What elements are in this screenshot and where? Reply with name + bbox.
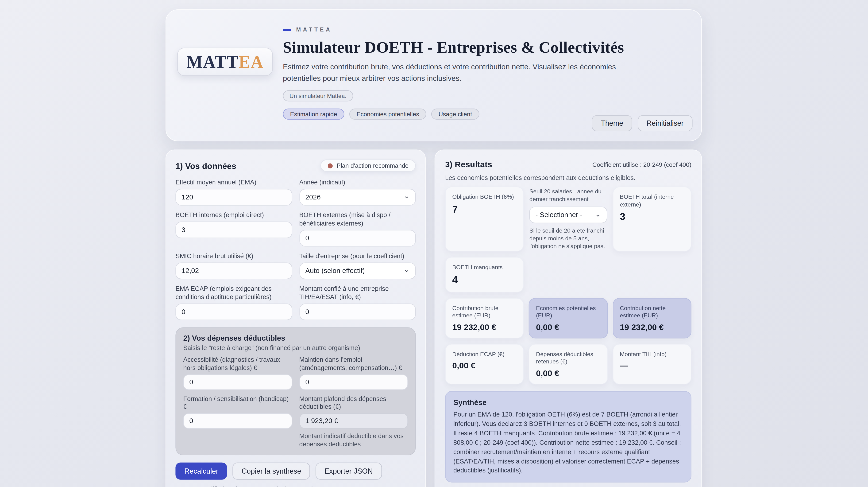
result-card-obligation: Obligation BOETH (6%) 7 — [445, 187, 524, 252]
seuil-select-value: - Selectionner - — [535, 211, 583, 219]
ema-input[interactable] — [175, 189, 292, 206]
plafond-hint: Montant indicatif deductible dans vos de… — [299, 432, 408, 449]
chevron-down-icon: ⌄ — [404, 266, 410, 273]
result-card-nette-label: Contribution nette estimee (EUR) — [620, 305, 684, 319]
result-card-manquants-label: BOETH manquants — [452, 264, 517, 271]
header-card: MATTEA MATTEA Simulateur DOETH - Entrepr… — [165, 9, 702, 141]
results-panel: 3) Resultats Coefficient utilise : 20-24… — [435, 150, 702, 487]
form-panel: 1) Vos données Plan d'action recommande … — [165, 150, 426, 487]
header-actions: Theme Reinitialiser — [592, 115, 692, 131]
seuil-select[interactable]: - Selectionner - ⌄ — [529, 207, 607, 223]
taille-select-value: Auto (selon effectif) — [305, 267, 365, 275]
result-card-boeth-total-label: BOETH total (interne + externe) — [620, 193, 684, 208]
results-note: Les economies potentielles correspondent… — [445, 175, 691, 181]
results-row-3: Contribution brute estimee (EUR) 19 232,… — [445, 298, 691, 338]
reset-button[interactable]: Reinitialiser — [638, 115, 693, 131]
maintien-input[interactable] — [299, 374, 408, 390]
result-card-deduction-ecap-value: 0,00 € — [452, 361, 517, 370]
results-row-1: Obligation BOETH (6%) 7 Seuil 20 salarie… — [445, 187, 691, 252]
page-title: Simulateur DOETH - Entreprises & Collect… — [283, 38, 648, 57]
result-card-depenses-retenues: Dépenses déductibles retenues (€) 0,00 € — [529, 344, 608, 384]
accessibilite-input[interactable] — [183, 374, 292, 390]
page-subtitle: Estimez votre contribution brute, vos dé… — [283, 62, 633, 85]
field-formation: Formation / sensibilisation (handicap) € — [183, 395, 292, 449]
results-row-4: Déduction ECAP (€) 0,00 € Dépenses déduc… — [445, 344, 691, 384]
field-ecap-label: EMA ECAP (emplois exigeant des condition… — [175, 285, 292, 301]
result-card-deduction-ecap-label: Déduction ECAP (€) — [452, 350, 517, 358]
coefficient-note: Coefficient utilise : 20-249 (coef 400) — [592, 161, 691, 168]
synthese-panel: Synthèse Pour un EMA de 120, l'obligatio… — [445, 391, 691, 483]
form-panel-title: 1) Vos données — [175, 161, 236, 170]
result-card-nette-value: 19 232,00 € — [620, 322, 684, 332]
plafond-input[interactable] — [299, 413, 408, 429]
field-ema-label: Effectif moyen annuel (EMA) — [175, 178, 292, 187]
result-card-economies: Economies potentielles (EUR) 0,00 € — [529, 298, 608, 338]
ecap-input[interactable] — [175, 303, 292, 320]
brand-dash-icon — [283, 28, 291, 31]
field-boeth-internes: BOETH internes (emploi direct) — [175, 211, 292, 247]
result-card-tih-info-label: Montant TIH (info) — [620, 350, 684, 358]
field-boeth-externes: BOETH externes (mise à dispo / bénéficia… — [299, 211, 415, 247]
chip-usage-client[interactable]: Usage client — [431, 109, 479, 120]
expenses-grid: Accessibilité (diagnostics / travaux hor… — [183, 355, 408, 449]
brand-eyebrow: MATTEA — [283, 27, 648, 33]
field-annee-label: Année (indicatif) — [299, 178, 415, 187]
field-tih-label: Montant confié à une entreprise TIH/EA/E… — [299, 285, 415, 301]
chip-economies-potentielles[interactable]: Economies potentielles — [349, 109, 426, 120]
field-boeth-internes-label: BOETH internes (emploi direct) — [175, 211, 292, 219]
field-annee: Année (indicatif) 2026 ⌄ — [299, 178, 415, 205]
page: MATTEA MATTEA Simulateur DOETH - Entrepr… — [0, 0, 868, 487]
result-card-manquants: BOETH manquants 4 — [445, 257, 524, 292]
formation-input[interactable] — [183, 413, 292, 429]
chevron-down-icon: ⌄ — [404, 192, 410, 200]
field-accessibilite: Accessibilité (diagnostics / travaux hor… — [183, 355, 292, 390]
export-json-button[interactable]: Exporter JSON — [315, 463, 382, 480]
seuil-cell: Seuil 20 salaries - annee du dernier fra… — [529, 187, 608, 252]
synthese-title: Synthèse — [453, 398, 683, 406]
boeth-internes-input[interactable] — [175, 222, 292, 238]
plan-action-badge: Plan d'action recommande — [320, 160, 415, 172]
brand-name: MATTEA — [296, 27, 332, 33]
logo-text-orange: EA — [239, 52, 264, 71]
field-ema: Effectif moyen annuel (EMA) — [175, 178, 292, 205]
annee-select[interactable]: 2026 ⌄ — [299, 189, 415, 206]
recalculate-button[interactable]: Recalculer — [175, 463, 227, 480]
result-card-depenses-retenues-label: Dépenses déductibles retenues (€) — [536, 350, 600, 366]
field-plafond: Montant plafond des dépenses déductibles… — [299, 395, 408, 449]
status-dot-icon — [328, 163, 333, 168]
chevron-down-icon: ⌄ — [595, 210, 601, 218]
expenses-subtitle: Saisis le “reste à charge” (non financé … — [183, 344, 408, 351]
field-ecap: EMA ECAP (emplois exigeant des condition… — [175, 285, 292, 320]
expenses-title: 2) Vos dépenses déductibles — [183, 334, 408, 342]
result-card-tih-info: Montant TIH (info) — — [613, 344, 691, 384]
results-panel-head: 3) Resultats Coefficient utilise : 20-24… — [445, 160, 691, 169]
plan-action-badge-label: Plan d'action recommande — [337, 162, 408, 169]
smic-input[interactable] — [175, 262, 292, 279]
taille-select[interactable]: Auto (selon effectif) ⌄ — [299, 262, 415, 279]
result-card-manquants-value: 4 — [452, 274, 517, 286]
result-card-brute-value: 19 232,00 € — [452, 322, 517, 332]
theme-button[interactable]: Theme — [592, 115, 632, 131]
result-card-brute: Contribution brute estimee (EUR) 19 232,… — [445, 298, 524, 338]
seuil-label: Seuil 20 salaries - annee du dernier fra… — [529, 188, 607, 203]
expenses-card: 2) Vos dépenses déductibles Saisis le “r… — [175, 327, 415, 456]
field-smic: SMIC horaire brut utilisé (€) — [175, 252, 292, 279]
results-panel-title: 3) Resultats — [445, 160, 492, 169]
copy-synthesis-button[interactable]: Copier la synthese — [233, 463, 310, 480]
result-card-deduction-ecap: Déduction ECAP (€) 0,00 € — [445, 344, 524, 384]
field-smic-label: SMIC horaire brut utilisé (€) — [175, 252, 292, 260]
form-grid: Effectif moyen annuel (EMA) Année (indic… — [175, 178, 415, 320]
mattea-logo: MATTEA — [177, 48, 273, 76]
form-actions: Recalculer Copier la synthese Exporter J… — [175, 463, 415, 480]
result-card-economies-label: Economies potentielles (EUR) — [536, 305, 600, 319]
field-taille: Taille d'entreprise (pour le coefficient… — [299, 252, 415, 279]
result-card-boeth-total: BOETH total (interne + externe) 3 — [613, 187, 691, 252]
field-accessibilite-label: Accessibilité (diagnostics / travaux hor… — [183, 355, 292, 372]
logo-text-navy: MATT — [186, 52, 239, 71]
field-tih: Montant confié à une entreprise TIH/EA/E… — [299, 285, 415, 320]
chip-estimation-rapide[interactable]: Estimation rapide — [283, 109, 344, 120]
tih-input[interactable] — [299, 303, 415, 320]
result-card-tih-info-value: — — [620, 361, 684, 370]
field-plafond-label: Montant plafond des dépenses déductibles… — [299, 395, 408, 411]
boeth-externes-input[interactable] — [299, 230, 415, 247]
